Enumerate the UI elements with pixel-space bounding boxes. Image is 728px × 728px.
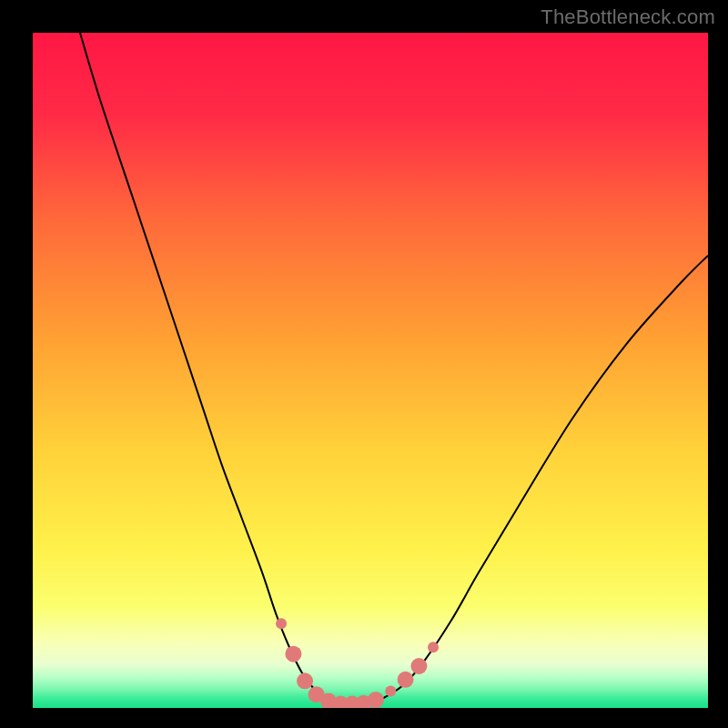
- marker-dot: [368, 692, 384, 708]
- marker-dot: [276, 618, 287, 629]
- marker-dot: [398, 672, 414, 688]
- plot-svg: [33, 33, 708, 708]
- chart-frame: TheBottleneck.com: [0, 0, 728, 728]
- marker-dot: [385, 685, 396, 696]
- marker-dot: [285, 646, 301, 662]
- attribution-label: TheBottleneck.com: [541, 5, 715, 29]
- marker-dot: [297, 672, 313, 689]
- marker-dot: [410, 658, 427, 674]
- marker-dot: [428, 642, 439, 652]
- plot-area: [33, 33, 708, 708]
